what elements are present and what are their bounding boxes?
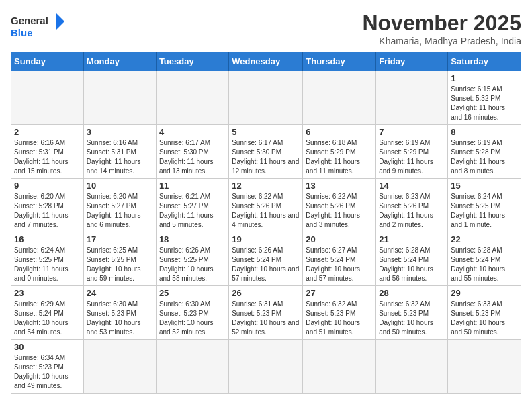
day-number: 22 [451,234,518,244]
svg-marker-2 [56,13,64,30]
day-info: Sunrise: 6:27 AM Sunset: 5:24 PM Dayligh… [306,246,373,283]
week-row-4: 16Sunrise: 6:24 AM Sunset: 5:25 PM Dayli… [11,232,521,286]
day-info: Sunrise: 6:22 AM Sunset: 5:26 PM Dayligh… [306,192,373,230]
svg-text:General: General [11,15,48,26]
day-info: Sunrise: 6:26 AM Sunset: 5:24 PM Dayligh… [232,246,300,283]
calendar-cell: 7Sunrise: 6:19 AM Sunset: 5:29 PM Daylig… [376,125,448,179]
day-info: Sunrise: 6:32 AM Sunset: 5:23 PM Dayligh… [379,300,445,337]
day-info: Sunrise: 6:17 AM Sunset: 5:30 PM Dayligh… [159,138,226,176]
day-number: 11 [159,181,226,191]
calendar-cell: 2Sunrise: 6:16 AM Sunset: 5:31 PM Daylig… [11,125,84,179]
day-number: 17 [87,234,153,244]
day-number: 14 [379,181,445,191]
calendar-cell [83,71,156,125]
calendar-cell: 30Sunrise: 6:34 AM Sunset: 5:23 PM Dayli… [11,340,84,394]
week-row-1: 1Sunrise: 6:15 AM Sunset: 5:32 PM Daylig… [11,71,521,125]
day-info: Sunrise: 6:29 AM Sunset: 5:24 PM Dayligh… [14,300,81,337]
calendar-cell [376,71,448,125]
page-header: General Blue November 2025 Khamaria, Mad… [11,11,521,46]
calendar-table: SundayMondayTuesdayWednesdayThursdayFrid… [11,52,521,394]
calendar-cell [156,340,228,394]
calendar-cell: 24Sunrise: 6:30 AM Sunset: 5:23 PM Dayli… [83,286,156,340]
day-number: 8 [451,127,518,137]
day-number: 9 [14,181,81,191]
calendar-cell [156,71,228,125]
day-number: 10 [87,181,153,191]
day-info: Sunrise: 6:16 AM Sunset: 5:31 PM Dayligh… [87,138,153,176]
weekday-header-monday: Monday [83,52,156,71]
day-number: 13 [306,181,373,191]
calendar-cell: 5Sunrise: 6:17 AM Sunset: 5:30 PM Daylig… [229,125,303,179]
calendar-cell [229,71,303,125]
calendar-cell: 19Sunrise: 6:26 AM Sunset: 5:24 PM Dayli… [229,232,303,286]
weekday-header-wednesday: Wednesday [229,52,303,71]
logo-svg: General Blue [11,11,64,44]
day-number: 21 [379,234,445,244]
logo-brand: General Blue [11,11,64,44]
calendar-cell: 12Sunrise: 6:22 AM Sunset: 5:26 PM Dayli… [229,179,303,232]
day-number: 19 [232,234,300,244]
day-number: 29 [451,288,518,298]
calendar-cell [303,340,376,394]
day-number: 20 [306,234,373,244]
month-title: November 2025 [362,11,521,36]
calendar-cell: 3Sunrise: 6:16 AM Sunset: 5:31 PM Daylig… [83,125,156,179]
day-number: 18 [159,234,226,244]
day-number: 26 [232,288,300,298]
day-number: 30 [14,342,81,352]
weekday-header-saturday: Saturday [448,52,521,71]
calendar-cell: 25Sunrise: 6:30 AM Sunset: 5:23 PM Dayli… [156,286,228,340]
day-info: Sunrise: 6:19 AM Sunset: 5:29 PM Dayligh… [379,138,445,176]
calendar-cell: 28Sunrise: 6:32 AM Sunset: 5:23 PM Dayli… [376,286,448,340]
day-info: Sunrise: 6:24 AM Sunset: 5:25 PM Dayligh… [451,192,518,230]
calendar-cell: 6Sunrise: 6:18 AM Sunset: 5:29 PM Daylig… [303,125,376,179]
weekday-header-friday: Friday [376,52,448,71]
calendar-cell [229,340,303,394]
weekday-header-thursday: Thursday [303,52,376,71]
week-row-6: 30Sunrise: 6:34 AM Sunset: 5:23 PM Dayli… [11,340,521,394]
day-info: Sunrise: 6:18 AM Sunset: 5:29 PM Dayligh… [306,138,373,176]
calendar-cell: 10Sunrise: 6:20 AM Sunset: 5:27 PM Dayli… [83,179,156,232]
calendar-cell [11,71,84,125]
day-info: Sunrise: 6:23 AM Sunset: 5:26 PM Dayligh… [379,192,445,230]
week-row-5: 23Sunrise: 6:29 AM Sunset: 5:24 PM Dayli… [11,286,521,340]
day-number: 12 [232,181,300,191]
day-number: 24 [87,288,153,298]
calendar-cell [303,71,376,125]
weekday-header-sunday: Sunday [11,52,84,71]
day-info: Sunrise: 6:17 AM Sunset: 5:30 PM Dayligh… [232,138,300,176]
calendar-cell: 20Sunrise: 6:27 AM Sunset: 5:24 PM Dayli… [303,232,376,286]
week-row-3: 9Sunrise: 6:20 AM Sunset: 5:28 PM Daylig… [11,179,521,232]
calendar-cell [448,340,521,394]
calendar-cell: 17Sunrise: 6:25 AM Sunset: 5:25 PM Dayli… [83,232,156,286]
day-info: Sunrise: 6:33 AM Sunset: 5:23 PM Dayligh… [451,300,518,337]
day-number: 16 [14,234,81,244]
day-info: Sunrise: 6:28 AM Sunset: 5:24 PM Dayligh… [379,246,445,283]
day-number: 27 [306,288,373,298]
calendar-cell: 4Sunrise: 6:17 AM Sunset: 5:30 PM Daylig… [156,125,228,179]
week-row-2: 2Sunrise: 6:16 AM Sunset: 5:31 PM Daylig… [11,125,521,179]
day-number: 3 [87,127,153,137]
day-number: 6 [306,127,373,137]
weekday-header-row: SundayMondayTuesdayWednesdayThursdayFrid… [11,52,521,71]
day-info: Sunrise: 6:34 AM Sunset: 5:23 PM Dayligh… [14,353,81,391]
calendar-cell: 14Sunrise: 6:23 AM Sunset: 5:26 PM Dayli… [376,179,448,232]
day-number: 28 [379,288,445,298]
day-info: Sunrise: 6:21 AM Sunset: 5:27 PM Dayligh… [159,192,226,230]
location-subtitle: Khamaria, Madhya Pradesh, India [362,36,521,46]
day-info: Sunrise: 6:15 AM Sunset: 5:32 PM Dayligh… [451,85,518,122]
day-info: Sunrise: 6:30 AM Sunset: 5:23 PM Dayligh… [159,300,226,337]
calendar-cell: 9Sunrise: 6:20 AM Sunset: 5:28 PM Daylig… [11,179,84,232]
day-info: Sunrise: 6:16 AM Sunset: 5:31 PM Dayligh… [14,138,81,176]
calendar-cell: 11Sunrise: 6:21 AM Sunset: 5:27 PM Dayli… [156,179,228,232]
day-number: 15 [451,181,518,191]
logo: General Blue [11,11,64,44]
day-info: Sunrise: 6:24 AM Sunset: 5:25 PM Dayligh… [14,246,81,283]
day-info: Sunrise: 6:25 AM Sunset: 5:25 PM Dayligh… [87,246,153,283]
weekday-header-tuesday: Tuesday [156,52,228,71]
svg-text:Blue: Blue [11,27,33,38]
calendar-cell: 1Sunrise: 6:15 AM Sunset: 5:32 PM Daylig… [448,71,521,125]
calendar-cell: 18Sunrise: 6:26 AM Sunset: 5:25 PM Dayli… [156,232,228,286]
day-info: Sunrise: 6:32 AM Sunset: 5:23 PM Dayligh… [306,300,373,337]
day-info: Sunrise: 6:22 AM Sunset: 5:26 PM Dayligh… [232,192,300,230]
